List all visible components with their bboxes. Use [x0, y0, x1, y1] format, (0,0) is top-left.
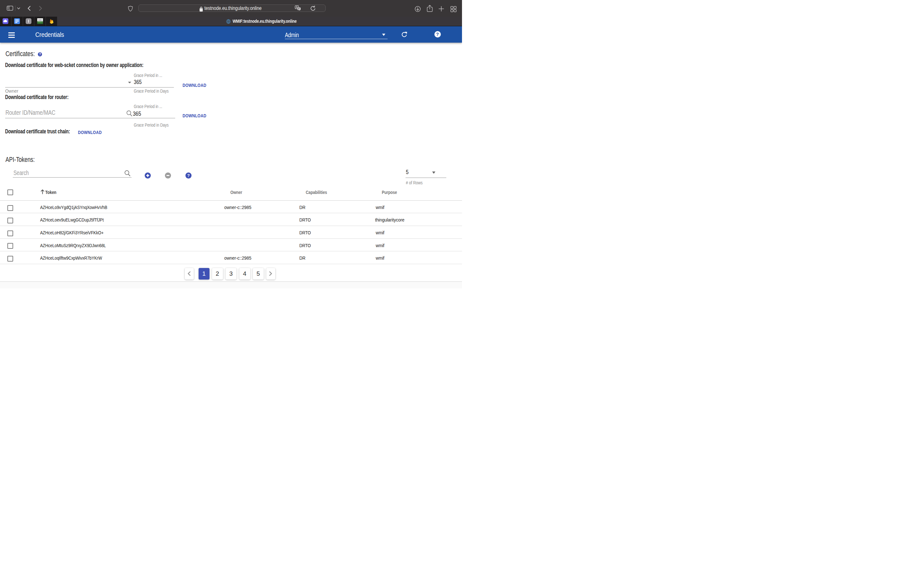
svg-text:USDA: USDA: [38, 19, 42, 21]
